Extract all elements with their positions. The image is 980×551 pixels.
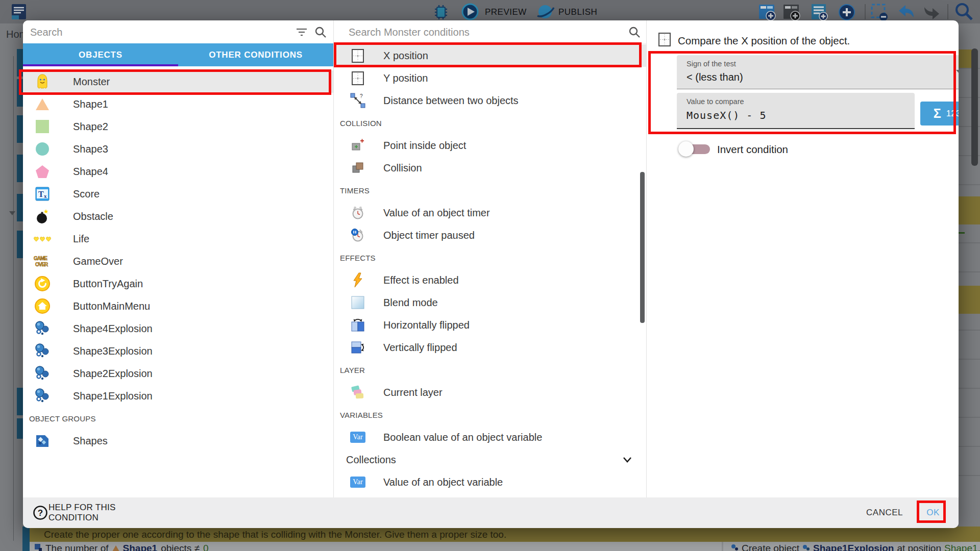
condition-row-blend-mode[interactable]: Blend mode (334, 291, 646, 314)
condition-row-distance-between-two-objects[interactable]: ?Distance between two objects (334, 89, 646, 112)
ok-button[interactable]: OK (922, 497, 944, 528)
variable-icon: Var (349, 473, 367, 491)
condition-text: objects ≠ (161, 543, 200, 551)
object-row-shape4[interactable]: Shape4 (23, 160, 333, 183)
lightning-icon (349, 271, 367, 289)
search-events-icon[interactable] (953, 2, 974, 24)
object-row-life[interactable]: Life (23, 228, 333, 250)
objects-search-row (23, 20, 333, 43)
position-icon (657, 32, 672, 49)
object-row-obstacle[interactable]: Obstacle (23, 205, 333, 228)
tab-other-conditions[interactable]: OTHER CONDITIONS (178, 43, 333, 66)
home-button-icon (33, 297, 52, 315)
timer-paused-icon (349, 226, 367, 244)
cancel-button[interactable]: CANCEL (862, 497, 908, 528)
object-group-icon (33, 432, 52, 450)
event-block (17, 79, 23, 107)
object-label: Life (73, 233, 89, 245)
svg-text:T: T (38, 190, 44, 198)
chevron-down-icon[interactable] (622, 454, 633, 465)
value-to-compare-field[interactable]: Value to compare MouseX() - 5 (677, 93, 915, 129)
object-label: Monster (73, 76, 110, 88)
explosion-icon (33, 364, 52, 383)
explosion-icon (33, 387, 52, 405)
comment-event-row[interactable]: Create the proper one according to the s… (30, 527, 980, 542)
condition-row-vertically-flipped[interactable]: Vertically flipped (334, 336, 646, 359)
group-row-shapes[interactable]: Shapes (23, 430, 333, 452)
selected-event-fragment (959, 196, 980, 224)
circle-icon (33, 140, 52, 158)
condition-label: Current layer (383, 387, 443, 398)
condition-detail-panel: Compare the X position of the object. Si… (647, 20, 959, 497)
expression-button-label: 123 (946, 109, 959, 119)
search-icon[interactable] (628, 26, 641, 41)
object-label: Shape1 (73, 98, 108, 110)
condition-cell[interactable]: The number of Shape1 objects ≠ 0 (30, 542, 722, 551)
filter-icon[interactable] (296, 27, 308, 39)
condition-row-collision[interactable]: Collision (334, 157, 646, 179)
retry-button-icon (33, 274, 52, 293)
object-row-buttontryagain[interactable]: ButtonTryAgain (23, 272, 333, 295)
object-row-shape1[interactable]: Shape1 (23, 93, 333, 115)
objects-search-input[interactable] (29, 20, 249, 44)
object-label: Shape4 (73, 166, 108, 178)
action-cell[interactable]: Create object Shape1Explosion at positio… (723, 542, 980, 551)
object-row-shape3explosion[interactable]: Shape3Explosion (23, 340, 333, 362)
condition-object: Shape1 (123, 543, 158, 551)
sign-of-test-select[interactable]: Sign of the test < (less than) (677, 55, 959, 89)
invert-condition-toggle-knob[interactable] (678, 141, 694, 157)
expression-editor-button[interactable]: Σ 123 (920, 102, 959, 126)
svg-text:?: ? (360, 93, 363, 99)
condition-row-x-position[interactable]: X position (334, 44, 646, 67)
debugger-icon[interactable] (432, 3, 450, 22)
triangle-icon (33, 95, 52, 113)
sign-of-test-label: Sign of the test (687, 60, 736, 68)
objects-panel: OBJECTS OTHER CONDITIONS MonsterShape1Sh… (23, 20, 333, 497)
object-label: Score (73, 188, 100, 200)
object-label: Obstacle (73, 211, 113, 222)
condition-row-point-inside-object[interactable]: Point inside object (334, 134, 646, 157)
flip-horizontal-icon (349, 316, 367, 334)
flip-vertical-icon (349, 338, 367, 357)
condition-row-effect-is-enabled[interactable]: Effect is enabled (334, 269, 646, 291)
object-row-shape2[interactable]: Shape2 (23, 115, 333, 138)
object-row-monster[interactable]: Monster (23, 70, 333, 93)
object-row-shape2explosion[interactable]: Shape2Explosion (23, 362, 333, 385)
distance-icon: ? (349, 91, 367, 110)
condition-row-object-timer-paused[interactable]: Object timer paused (334, 224, 646, 246)
help-for-condition-button[interactable]: HELP FOR THIS CONDITION (48, 497, 166, 528)
conditions-scrollbar[interactable] (640, 172, 645, 323)
point-inside-icon (349, 136, 367, 155)
condition-row-horizontally-flipped[interactable]: Horizontally flipped (334, 314, 646, 336)
condition-label: Vertically flipped (383, 342, 457, 354)
group-label: Shapes (73, 435, 108, 447)
object-row-shape1explosion[interactable]: Shape1Explosion (23, 385, 333, 407)
action-expression: Shape1.PointX("Center");Shape1.PointY("C… (944, 543, 980, 551)
preview-button[interactable]: PREVIEW (485, 7, 527, 17)
object-row-shape4explosion[interactable]: Shape4Explosion (23, 317, 333, 340)
condition-row-value-of-an-object-timer[interactable]: Value of an object timer (334, 202, 646, 224)
action-text: Create object (742, 543, 799, 551)
conditions-search-input[interactable] (348, 20, 568, 44)
tab-objects[interactable]: OBJECTS (23, 43, 178, 66)
event-block (17, 115, 23, 143)
object-row-shape3[interactable]: Shape3 (23, 138, 333, 160)
toolbar-divider (865, 4, 866, 19)
tree-expander-icon[interactable] (9, 211, 15, 215)
condition-row-y-position[interactable]: Y position (334, 67, 646, 89)
invert-condition-label: Invert condition (717, 143, 788, 156)
object-row-buttonmainmenu[interactable]: ButtonMainMenu (23, 295, 333, 317)
condition-row-value-of-an-object-variable[interactable]: VarValue of an object variable (334, 471, 646, 493)
publish-button[interactable]: PUBLISH (558, 7, 597, 17)
condition-row-current-layer[interactable]: Current layer (334, 381, 646, 404)
search-icon[interactable] (314, 26, 327, 41)
condition-value: 0 (203, 543, 209, 551)
object-row-score[interactable]: TxScore (23, 183, 333, 205)
object-row-gameover[interactable]: GAMEOVERGameOver (23, 250, 333, 272)
condition-label: Boolean value of an object variable (383, 432, 542, 443)
help-icon[interactable]: ? (33, 505, 48, 522)
condition-row-boolean-value-of-an-object-variable[interactable]: VarBoolean value of an object variable (334, 426, 646, 448)
svg-text:?: ? (38, 508, 43, 518)
condition-row-collections[interactable]: Collections (334, 448, 646, 471)
events-scrollbar[interactable] (971, 48, 978, 166)
